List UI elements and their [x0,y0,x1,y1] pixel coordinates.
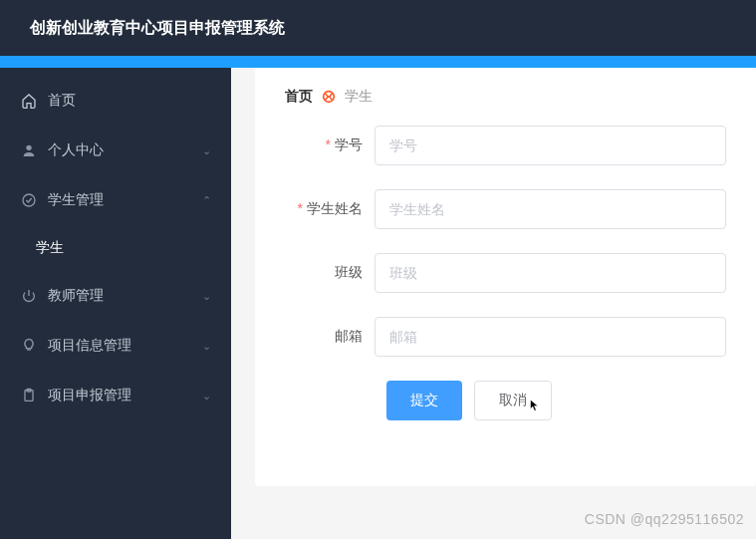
chevron-down-icon: ⌄ [202,340,211,353]
app-title: 创新创业教育中心项目申报管理系统 [30,18,285,39]
bulb-icon [20,337,38,355]
svg-point-1 [23,194,35,206]
form-row-student-name: *学生姓名 [285,189,726,229]
home-icon [20,92,38,110]
content-card: 首页 学生 *学号 *学生姓名 班级 [255,68,756,486]
watermark: CSDN @qq2295116502 [585,511,744,527]
app-body: 首页 个人中心 ⌄ 学生管理 ⌃ 学生 教师管理 ⌄ [0,68,756,539]
accent-bar [0,56,756,68]
sidebar-item-label: 个人中心 [48,141,202,159]
sidebar-subitem-student[interactable]: 学生 [0,225,231,271]
required-mark: * [326,136,331,152]
cursor-icon [527,398,541,413]
form-label-email: 邮箱 [285,328,375,346]
svg-point-0 [26,145,31,150]
sidebar-item-project-info[interactable]: 项目信息管理 ⌄ [0,321,231,371]
form-row-student-no: *学号 [285,126,726,165]
sidebar-item-label: 教师管理 [48,287,202,305]
class-input[interactable] [375,253,726,293]
chevron-down-icon: ⌄ [202,144,211,157]
circle-check-icon [20,191,38,209]
chevron-down-icon: ⌄ [202,290,211,303]
sidebar-item-student-mgmt[interactable]: 学生管理 ⌃ [0,175,231,225]
form-row-class: 班级 [285,253,726,293]
form-label-class: 班级 [285,264,375,282]
breadcrumb-home[interactable]: 首页 [285,88,313,106]
sidebar: 首页 个人中心 ⌄ 学生管理 ⌃ 学生 教师管理 ⌄ [0,68,231,539]
required-mark: * [298,200,303,216]
sidebar-subitem-label: 学生 [36,239,64,257]
breadcrumb: 首页 学生 [255,88,756,126]
main-content: 首页 学生 *学号 *学生姓名 班级 [231,68,756,539]
user-icon [20,141,38,159]
sidebar-item-label: 项目申报管理 [48,387,202,404]
sidebar-item-label: 项目信息管理 [48,337,202,355]
form-label-student-no: *学号 [285,136,375,154]
sidebar-item-project-apply[interactable]: 项目申报管理 ⌄ [0,371,231,420]
student-name-input[interactable] [375,189,726,229]
sidebar-item-home[interactable]: 首页 [0,76,231,126]
cancel-button[interactable]: 取消 [474,381,552,420]
chevron-up-icon: ⌃ [202,194,211,207]
breadcrumb-current: 学生 [345,88,373,106]
form-row-email: 邮箱 [285,317,726,357]
sidebar-item-label: 首页 [48,92,211,110]
submit-button[interactable]: 提交 [386,381,462,420]
power-icon [20,287,38,305]
form-label-student-name: *学生姓名 [285,200,375,218]
sidebar-item-teacher-mgmt[interactable]: 教师管理 ⌄ [0,271,231,321]
sidebar-item-personal[interactable]: 个人中心 ⌄ [0,126,231,175]
student-no-input[interactable] [375,126,726,165]
form-actions: 提交 取消 [255,381,756,420]
email-input[interactable] [375,317,726,357]
breadcrumb-separator-icon [321,89,337,105]
chevron-down-icon: ⌄ [202,390,211,403]
app-header: 创新创业教育中心项目申报管理系统 [0,0,756,56]
clipboard-icon [20,387,38,404]
sidebar-item-label: 学生管理 [48,191,202,209]
